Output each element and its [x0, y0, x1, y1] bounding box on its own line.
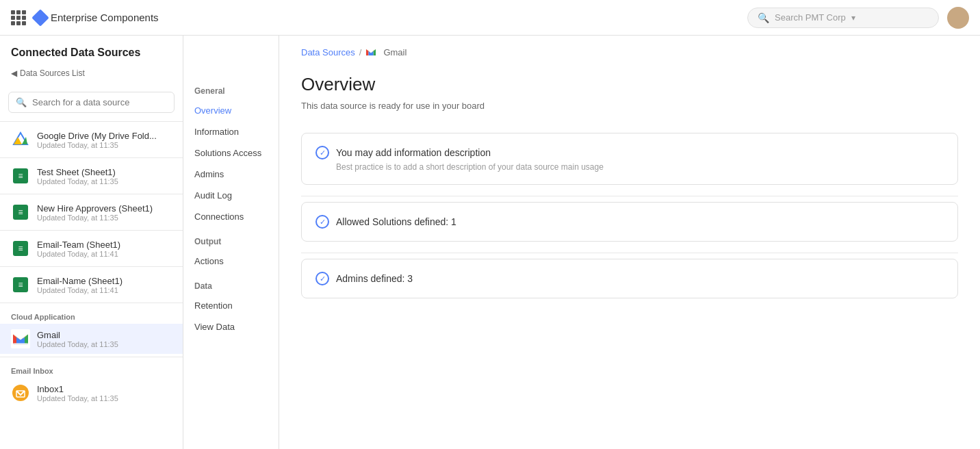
divider	[301, 253, 958, 253]
item-name: Email-Team (Sheet1)	[37, 240, 120, 250]
avatar[interactable]	[947, 7, 969, 29]
sidebar-item[interactable]: ≡ Email-Team (Sheet1) Updated Today, at …	[0, 233, 183, 264]
item-sub: Updated Today, at 11:35	[37, 141, 157, 149]
item-sub: Updated Today, at 11:41	[37, 250, 120, 258]
item-sub: Updated Today, at 11:35	[37, 340, 118, 348]
divider	[0, 121, 183, 122]
divider	[0, 303, 183, 303]
nav-left: Enterprise Components	[11, 10, 159, 25]
nav-overview[interactable]: Overview	[183, 100, 279, 121]
grid-menu-icon[interactable]	[11, 10, 26, 25]
search-input[interactable]	[32, 97, 167, 107]
category-cloud-application: Cloud Application	[0, 306, 183, 324]
nav-solutions-access[interactable]: Solutions Access	[183, 142, 279, 164]
divider	[0, 157, 183, 158]
nav-retention[interactable]: Retention	[183, 295, 279, 316]
nav-connections[interactable]: Connections	[183, 206, 279, 227]
gsheets-icon: ≡	[11, 203, 30, 222]
check-circle-icon: ✓	[315, 215, 329, 229]
gdrive-icon	[11, 130, 30, 149]
divider	[0, 266, 183, 267]
sidebar-title: Connected Data Sources	[11, 47, 172, 59]
nav-right: 🔍 Search PMT Corp ▾	[747, 7, 969, 29]
sidebar-item[interactable]: ≡ Email-Name (Sheet1) Updated Today, at …	[0, 270, 183, 300]
app-name: Enterprise Components	[51, 12, 159, 23]
breadcrumb: Data Sources / Gmail	[279, 36, 980, 57]
search-icon: 🔍	[16, 97, 27, 107]
item-sub: Updated Today, at 11:35	[37, 214, 153, 222]
page-subtitle: This data source is ready for use in you…	[301, 101, 958, 111]
second-panel: General Overview Information Solutions A…	[183, 36, 279, 449]
item-name: New Hire Approvers (Sheet1)	[37, 203, 153, 214]
global-search[interactable]: 🔍 Search PMT Corp ▾	[747, 8, 939, 28]
item-sub: Updated Today, at 11:35	[37, 177, 118, 185]
top-nav: Enterprise Components 🔍 Search PMT Corp …	[0, 0, 980, 36]
divider	[0, 230, 183, 231]
nav-actions[interactable]: Actions	[183, 251, 279, 272]
back-arrow-icon: ◀	[11, 68, 17, 78]
data-source-search[interactable]: 🔍	[8, 92, 175, 113]
main-layout: Connected Data Sources ◀ Data Sources Li…	[0, 36, 980, 449]
item-sub: Updated Today, at 11:35	[37, 394, 118, 402]
nav-admins[interactable]: Admins	[183, 164, 279, 185]
card-sub: Best practice is to add a short descript…	[336, 162, 944, 172]
left-sidebar: Connected Data Sources ◀ Data Sources Li…	[0, 36, 183, 449]
svg-marker-2	[22, 137, 27, 144]
sidebar-item-gmail[interactable]: Gmail Updated Today, at 11:35	[0, 324, 183, 354]
breadcrumb-separator: /	[359, 47, 362, 57]
gsheets-icon: ≡	[11, 166, 30, 185]
item-sub: Updated Today, at 11:41	[37, 286, 122, 294]
divider	[0, 194, 183, 194]
card-title: Allowed Solutions defined: 1	[336, 216, 456, 227]
sidebar-item[interactable]: Google Drive (My Drive Fold... Updated T…	[0, 125, 183, 155]
section-output: Output	[183, 227, 279, 251]
search-icon: 🔍	[758, 12, 769, 23]
gmail-icon	[11, 329, 30, 348]
chevron-down-icon[interactable]: ▾	[851, 13, 855, 23]
logo-icon	[31, 9, 49, 26]
check-circle-icon: ✓	[315, 272, 329, 285]
back-label: Data Sources List	[20, 68, 85, 78]
sidebar-item-inbox1[interactable]: Inbox1 Updated Today, at 11:35	[0, 378, 183, 408]
category-email-inbox: Email Inbox	[0, 360, 183, 378]
card-title: Admins defined: 3	[336, 273, 413, 284]
sidebar-item[interactable]: ≡ New Hire Approvers (Sheet1) Updated To…	[0, 197, 183, 227]
check-circle-icon: ✓	[315, 146, 329, 159]
page-title: Overview	[301, 74, 958, 95]
svg-marker-1	[14, 137, 22, 144]
info-card-solutions: ✓ Allowed Solutions defined: 1	[301, 202, 958, 242]
section-general: General	[183, 77, 279, 100]
back-link[interactable]: ◀ Data Sources List	[11, 66, 172, 81]
search-placeholder: Search PMT Corp	[775, 12, 846, 23]
sidebar-item[interactable]: ≡ Test Sheet (Sheet1) Updated Today, at …	[0, 161, 183, 191]
gsheets-icon: ≡	[11, 275, 30, 294]
breadcrumb-gmail-icon	[365, 47, 379, 57]
inbox-icon	[11, 383, 30, 402]
item-name: Email-Name (Sheet1)	[37, 276, 122, 286]
item-name: Gmail	[37, 330, 118, 340]
breadcrumb-current: Gmail	[383, 47, 407, 57]
app-logo: Enterprise Components	[34, 12, 159, 24]
card-title: You may add information description	[336, 147, 491, 158]
nav-audit-log[interactable]: Audit Log	[183, 185, 279, 206]
svg-point-5	[12, 385, 29, 401]
breadcrumb-data-sources[interactable]: Data Sources	[301, 47, 355, 57]
divider	[0, 357, 183, 357]
info-card-description: ✓ You may add information description Be…	[301, 133, 958, 185]
section-data: Data	[183, 272, 279, 295]
sidebar-header: Connected Data Sources ◀ Data Sources Li…	[0, 36, 183, 86]
nav-information[interactable]: Information	[183, 121, 279, 142]
item-name: Google Drive (My Drive Fold...	[37, 131, 157, 141]
nav-view-data[interactable]: View Data	[183, 316, 279, 337]
main-content: Data Sources / Gmail Overview This data …	[279, 36, 980, 449]
info-card-admins: ✓ Admins defined: 3	[301, 259, 958, 298]
item-name: Test Sheet (Sheet1)	[37, 167, 118, 177]
divider	[301, 196, 958, 196]
gsheets-icon: ≡	[11, 239, 30, 258]
item-name: Inbox1	[37, 384, 118, 394]
content-body: Overview This data source is ready for u…	[279, 57, 980, 326]
